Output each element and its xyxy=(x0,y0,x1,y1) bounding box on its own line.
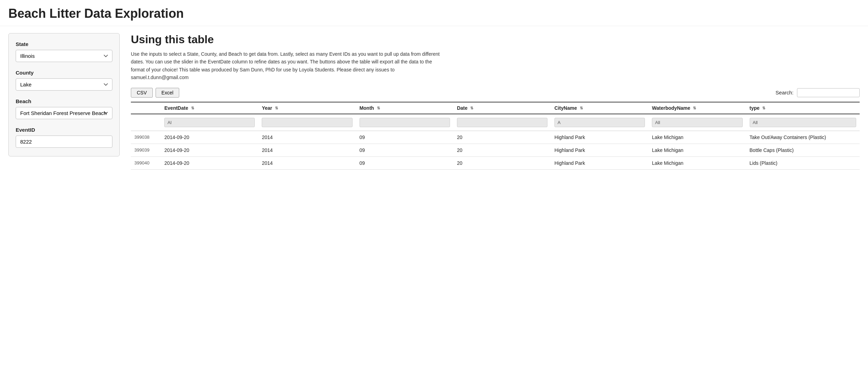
col-month[interactable]: Month ⇅ xyxy=(356,102,453,114)
beach-select[interactable]: Fort Sheridan Forest Preserve Beach xyxy=(16,107,112,119)
using-description: Use the inputs to select a State, County… xyxy=(131,50,444,82)
beach-label: Beach xyxy=(16,98,112,104)
cell-month: 09 xyxy=(356,156,453,169)
filter-year xyxy=(258,114,356,131)
year-sort-icon[interactable]: ⇅ xyxy=(275,106,278,110)
filter-waterbodyname-input[interactable] xyxy=(652,118,742,127)
county-field: County Lake xyxy=(16,70,112,91)
county-label: County xyxy=(16,70,112,76)
county-select[interactable]: Lake xyxy=(16,78,112,91)
cell-waterbodyname: Lake Michigan xyxy=(648,156,746,169)
cell-date: 20 xyxy=(453,144,551,156)
cityname-sort-icon[interactable]: ⇅ xyxy=(580,106,583,110)
filter-waterbodyname xyxy=(648,114,746,131)
cell-month: 09 xyxy=(356,144,453,156)
beach-field: Beach Fort Sheridan Forest Preserve Beac… xyxy=(16,98,112,119)
cell-type: Take Out/Away Containers (Plastic) xyxy=(746,131,860,144)
filter-month-input[interactable] xyxy=(360,118,450,127)
content-area: Using this table Use the inputs to selec… xyxy=(131,33,860,170)
cell-date: 20 xyxy=(453,131,551,144)
col-date[interactable]: Date ⇅ xyxy=(453,102,551,114)
cell-cityname: Highland Park xyxy=(551,144,648,156)
type-sort-icon[interactable]: ⇅ xyxy=(762,106,765,110)
page-title: Beach Litter Data Exploration xyxy=(0,0,868,26)
data-table: EventDate ⇅ Year ⇅ Month ⇅ Date ⇅ xyxy=(131,102,860,170)
cell-month: 09 xyxy=(356,131,453,144)
col-year-label: Year xyxy=(262,105,272,111)
state-field: State Illinois xyxy=(16,41,112,62)
col-type-label: type xyxy=(750,105,760,111)
date-sort-icon[interactable]: ⇅ xyxy=(470,106,473,110)
cell-year: 2014 xyxy=(258,144,356,156)
col-eventdate[interactable]: EventDate ⇅ xyxy=(161,102,258,114)
export-buttons: CSV Excel xyxy=(131,88,179,98)
table-row: 399039 2014-09-20 2014 09 20 Highland Pa… xyxy=(131,144,860,156)
col-waterbodyname-label: WaterbodyName xyxy=(652,105,690,111)
col-year[interactable]: Year ⇅ xyxy=(258,102,356,114)
state-label: State xyxy=(16,41,112,47)
cell-rownum: 399040 xyxy=(131,156,161,169)
sidebar: State Illinois County Lake Beach Fort Sh… xyxy=(8,33,120,156)
cell-year: 2014 xyxy=(258,156,356,169)
cell-eventdate: 2014-09-20 xyxy=(161,144,258,156)
filter-type xyxy=(746,114,860,131)
month-sort-icon[interactable]: ⇅ xyxy=(377,106,380,110)
cell-year: 2014 xyxy=(258,131,356,144)
eventid-input[interactable] xyxy=(16,136,112,148)
csv-button[interactable]: CSV xyxy=(131,88,153,98)
filter-eventdate xyxy=(161,114,258,131)
filter-eventdate-input[interactable] xyxy=(164,118,255,127)
cell-date: 20 xyxy=(453,156,551,169)
cell-type: Bottle Caps (Plastic) xyxy=(746,144,860,156)
col-date-label: Date xyxy=(457,105,467,111)
toolbar: CSV Excel Search: xyxy=(131,88,860,98)
search-area: Search: xyxy=(775,88,860,97)
cell-rownum: 399039 xyxy=(131,144,161,156)
search-input[interactable] xyxy=(797,88,860,97)
cell-cityname: Highland Park xyxy=(551,131,648,144)
filter-cityname-input[interactable] xyxy=(554,118,645,127)
cell-type: Lids (Plastic) xyxy=(746,156,860,169)
state-select[interactable]: Illinois xyxy=(16,50,112,62)
filter-type-input[interactable] xyxy=(750,118,856,127)
table-row: 399038 2014-09-20 2014 09 20 Highland Pa… xyxy=(131,131,860,144)
using-title: Using this table xyxy=(131,33,860,46)
cell-eventdate: 2014-09-20 xyxy=(161,131,258,144)
col-waterbodyname[interactable]: WaterbodyName ⇅ xyxy=(648,102,746,114)
cell-rownum: 399038 xyxy=(131,131,161,144)
col-eventdate-label: EventDate xyxy=(164,105,188,111)
filter-cityname xyxy=(551,114,648,131)
eventid-field: EventID xyxy=(16,127,112,148)
filter-date-input[interactable] xyxy=(457,118,547,127)
col-month-label: Month xyxy=(360,105,374,111)
cell-cityname: Highland Park xyxy=(551,156,648,169)
table-filter-row xyxy=(131,114,860,131)
col-type[interactable]: type ⇅ xyxy=(746,102,860,114)
cell-waterbodyname: Lake Michigan xyxy=(648,131,746,144)
filter-rownum xyxy=(131,114,161,131)
excel-button[interactable]: Excel xyxy=(156,88,179,98)
col-cityname[interactable]: CityName ⇅ xyxy=(551,102,648,114)
cell-waterbodyname: Lake Michigan xyxy=(648,144,746,156)
eventid-label: EventID xyxy=(16,127,112,133)
filter-month xyxy=(356,114,453,131)
filter-date xyxy=(453,114,551,131)
table-row: 399040 2014-09-20 2014 09 20 Highland Pa… xyxy=(131,156,860,169)
search-label: Search: xyxy=(775,90,794,95)
cell-eventdate: 2014-09-20 xyxy=(161,156,258,169)
col-cityname-label: CityName xyxy=(554,105,577,111)
waterbodyname-sort-icon[interactable]: ⇅ xyxy=(693,106,696,110)
table-header-row: EventDate ⇅ Year ⇅ Month ⇅ Date ⇅ xyxy=(131,102,860,114)
filter-year-input[interactable] xyxy=(262,118,352,127)
col-rownum xyxy=(131,102,161,114)
eventdate-sort-icon[interactable]: ⇅ xyxy=(191,106,194,110)
